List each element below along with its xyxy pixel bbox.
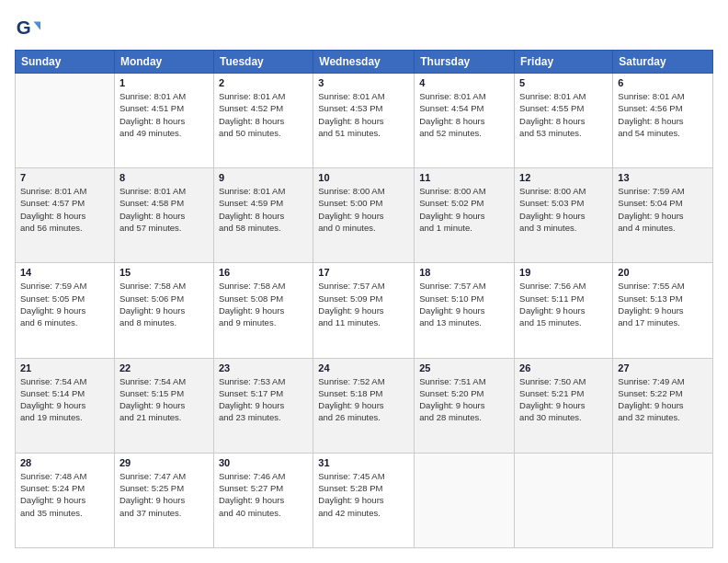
calendar-cell: 4Sunrise: 8:01 AMSunset: 4:54 PMDaylight… — [415, 74, 515, 168]
calendar-cell: 19Sunrise: 7:56 AMSunset: 5:11 PMDayligh… — [515, 263, 613, 358]
calendar-cell: 10Sunrise: 8:00 AMSunset: 5:00 PMDayligh… — [313, 168, 415, 263]
calendar-cell: 15Sunrise: 7:58 AMSunset: 5:06 PMDayligh… — [114, 263, 213, 358]
day-info: Sunrise: 7:57 AMSunset: 5:09 PMDaylight:… — [318, 280, 409, 328]
day-info: Sunrise: 7:59 AMSunset: 5:05 PMDaylight:… — [20, 280, 109, 328]
day-number: 21 — [20, 362, 109, 373]
calendar-cell: 6Sunrise: 8:01 AMSunset: 4:56 PMDaylight… — [613, 74, 713, 168]
page-header: G — [15, 15, 713, 40]
day-number: 10 — [318, 172, 409, 183]
calendar-cell: 11Sunrise: 8:00 AMSunset: 5:02 PMDayligh… — [415, 168, 515, 263]
calendar-cell: 5Sunrise: 8:01 AMSunset: 4:55 PMDaylight… — [515, 74, 613, 168]
day-info: Sunrise: 7:53 AMSunset: 5:17 PMDaylight:… — [219, 375, 308, 424]
day-info: Sunrise: 7:46 AMSunset: 5:27 PMDaylight:… — [219, 470, 308, 519]
day-number: 4 — [419, 77, 509, 88]
calendar-header-row: SundayMondayTuesdayWednesdayThursdayFrid… — [16, 51, 713, 74]
calendar-cell: 21Sunrise: 7:54 AMSunset: 5:14 PMDayligh… — [16, 358, 115, 453]
calendar-cell: 23Sunrise: 7:53 AMSunset: 5:17 PMDayligh… — [213, 358, 313, 453]
day-info: Sunrise: 8:01 AMSunset: 4:58 PMDaylight:… — [119, 185, 209, 234]
calendar-cell: 27Sunrise: 7:49 AMSunset: 5:22 PMDayligh… — [613, 358, 713, 453]
day-number: 16 — [219, 267, 308, 278]
calendar-cell: 16Sunrise: 7:58 AMSunset: 5:08 PMDayligh… — [213, 263, 313, 358]
day-info: Sunrise: 7:55 AMSunset: 5:13 PMDaylight:… — [618, 280, 708, 328]
day-info: Sunrise: 7:49 AMSunset: 5:22 PMDaylight:… — [618, 375, 708, 424]
logo: G — [15, 15, 44, 40]
day-info: Sunrise: 7:58 AMSunset: 5:06 PMDaylight:… — [119, 280, 209, 328]
calendar-week-row: 28Sunrise: 7:48 AMSunset: 5:24 PMDayligh… — [16, 453, 713, 547]
day-number: 22 — [119, 362, 209, 373]
day-info: Sunrise: 8:01 AMSunset: 4:55 PMDaylight:… — [519, 90, 608, 139]
day-info: Sunrise: 7:50 AMSunset: 5:21 PMDaylight:… — [519, 375, 608, 424]
day-number: 11 — [419, 172, 509, 183]
day-number: 7 — [20, 172, 109, 183]
calendar-cell — [415, 453, 515, 547]
calendar-header-cell: Monday — [114, 51, 213, 74]
day-number: 8 — [119, 172, 209, 183]
calendar-cell: 14Sunrise: 7:59 AMSunset: 5:05 PMDayligh… — [16, 263, 115, 358]
calendar-cell: 7Sunrise: 8:01 AMSunset: 4:57 PMDaylight… — [16, 168, 115, 263]
day-info: Sunrise: 8:01 AMSunset: 4:56 PMDaylight:… — [618, 90, 708, 139]
calendar-cell: 18Sunrise: 7:57 AMSunset: 5:10 PMDayligh… — [415, 263, 515, 358]
day-info: Sunrise: 7:52 AMSunset: 5:18 PMDaylight:… — [318, 375, 409, 424]
calendar-cell: 3Sunrise: 8:01 AMSunset: 4:53 PMDaylight… — [313, 74, 415, 168]
day-number: 28 — [20, 457, 109, 468]
calendar-cell: 22Sunrise: 7:54 AMSunset: 5:15 PMDayligh… — [114, 358, 213, 453]
svg-marker-1 — [34, 21, 40, 29]
day-info: Sunrise: 7:56 AMSunset: 5:11 PMDaylight:… — [519, 280, 608, 328]
calendar-cell — [613, 453, 713, 547]
calendar-body: 1Sunrise: 8:01 AMSunset: 4:51 PMDaylight… — [16, 74, 713, 548]
day-number: 9 — [219, 172, 308, 183]
day-info: Sunrise: 7:45 AMSunset: 5:28 PMDaylight:… — [318, 470, 409, 519]
calendar-header-cell: Thursday — [415, 51, 515, 74]
day-info: Sunrise: 7:58 AMSunset: 5:08 PMDaylight:… — [219, 280, 308, 328]
calendar-cell: 8Sunrise: 8:01 AMSunset: 4:58 PMDaylight… — [114, 168, 213, 263]
calendar-cell: 12Sunrise: 8:00 AMSunset: 5:03 PMDayligh… — [515, 168, 613, 263]
calendar-cell: 26Sunrise: 7:50 AMSunset: 5:21 PMDayligh… — [515, 358, 613, 453]
calendar-week-row: 14Sunrise: 7:59 AMSunset: 5:05 PMDayligh… — [16, 263, 713, 358]
day-info: Sunrise: 8:01 AMSunset: 4:53 PMDaylight:… — [318, 90, 409, 139]
day-number: 2 — [219, 77, 308, 88]
calendar: SundayMondayTuesdayWednesdayThursdayFrid… — [15, 50, 713, 548]
day-number: 27 — [618, 362, 708, 373]
calendar-week-row: 7Sunrise: 8:01 AMSunset: 4:57 PMDaylight… — [16, 168, 713, 263]
day-number: 5 — [519, 77, 608, 88]
calendar-cell: 25Sunrise: 7:51 AMSunset: 5:20 PMDayligh… — [415, 358, 515, 453]
day-info: Sunrise: 7:47 AMSunset: 5:25 PMDaylight:… — [119, 470, 209, 519]
day-info: Sunrise: 8:00 AMSunset: 5:03 PMDaylight:… — [519, 185, 608, 234]
day-number: 24 — [318, 362, 409, 373]
day-info: Sunrise: 8:00 AMSunset: 5:00 PMDaylight:… — [318, 185, 409, 234]
day-info: Sunrise: 7:54 AMSunset: 5:15 PMDaylight:… — [119, 375, 209, 424]
day-number: 20 — [618, 267, 708, 278]
day-number: 30 — [219, 457, 308, 468]
day-info: Sunrise: 8:01 AMSunset: 4:57 PMDaylight:… — [20, 185, 109, 234]
day-number: 23 — [219, 362, 308, 373]
calendar-cell: 13Sunrise: 7:59 AMSunset: 5:04 PMDayligh… — [613, 168, 713, 263]
calendar-header-cell: Friday — [515, 51, 613, 74]
day-number: 26 — [519, 362, 608, 373]
day-info: Sunrise: 8:00 AMSunset: 5:02 PMDaylight:… — [419, 185, 509, 234]
calendar-cell: 17Sunrise: 7:57 AMSunset: 5:09 PMDayligh… — [313, 263, 415, 358]
calendar-cell: 30Sunrise: 7:46 AMSunset: 5:27 PMDayligh… — [213, 453, 313, 547]
day-number: 13 — [618, 172, 708, 183]
day-number: 14 — [20, 267, 109, 278]
calendar-header-cell: Tuesday — [213, 51, 313, 74]
day-info: Sunrise: 7:51 AMSunset: 5:20 PMDaylight:… — [419, 375, 509, 424]
calendar-cell — [16, 74, 115, 168]
day-number: 31 — [318, 457, 409, 468]
calendar-header: SundayMondayTuesdayWednesdayThursdayFrid… — [16, 51, 713, 74]
day-info: Sunrise: 7:48 AMSunset: 5:24 PMDaylight:… — [20, 470, 109, 519]
calendar-cell: 29Sunrise: 7:47 AMSunset: 5:25 PMDayligh… — [114, 453, 213, 547]
day-number: 15 — [119, 267, 209, 278]
day-info: Sunrise: 7:59 AMSunset: 5:04 PMDaylight:… — [618, 185, 708, 234]
day-number: 6 — [618, 77, 708, 88]
calendar-header-cell: Wednesday — [313, 51, 415, 74]
day-info: Sunrise: 7:54 AMSunset: 5:14 PMDaylight:… — [20, 375, 109, 424]
calendar-header-cell: Saturday — [613, 51, 713, 74]
calendar-cell: 28Sunrise: 7:48 AMSunset: 5:24 PMDayligh… — [16, 453, 115, 547]
calendar-cell: 24Sunrise: 7:52 AMSunset: 5:18 PMDayligh… — [313, 358, 415, 453]
logo-icon: G — [15, 15, 40, 40]
day-info: Sunrise: 8:01 AMSunset: 4:51 PMDaylight:… — [119, 90, 209, 139]
day-info: Sunrise: 7:57 AMSunset: 5:10 PMDaylight:… — [419, 280, 509, 328]
calendar-cell: 31Sunrise: 7:45 AMSunset: 5:28 PMDayligh… — [313, 453, 415, 547]
day-info: Sunrise: 8:01 AMSunset: 4:52 PMDaylight:… — [219, 90, 308, 139]
calendar-cell: 9Sunrise: 8:01 AMSunset: 4:59 PMDaylight… — [213, 168, 313, 263]
